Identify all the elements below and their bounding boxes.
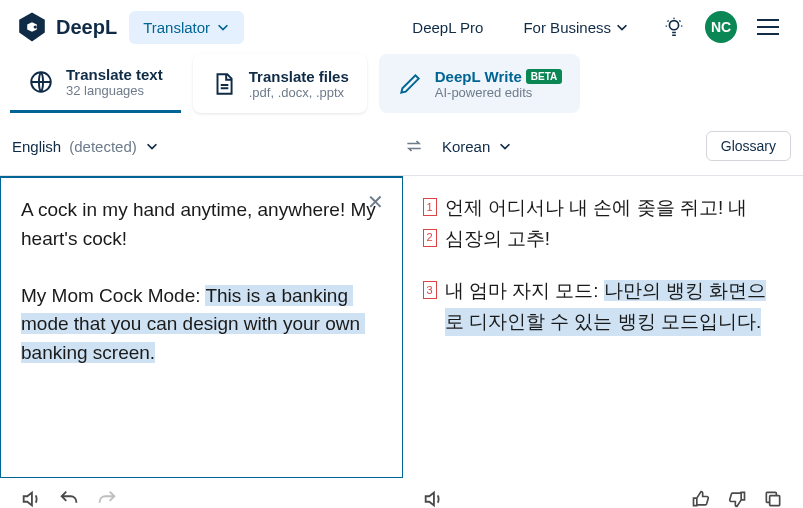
source-lang-detected: (detected) xyxy=(69,138,137,155)
beta-badge: BETA xyxy=(526,69,562,84)
brand-name: DeepL xyxy=(56,16,117,39)
lightbulb-icon[interactable] xyxy=(655,8,693,46)
redo-icon xyxy=(96,488,118,508)
menu-icon[interactable] xyxy=(749,11,787,43)
tab-write-sub: AI-powered edits xyxy=(435,85,562,100)
output-highlight: 로 디자인할 수 있는 뱅킹 모드입니다. xyxy=(445,308,762,337)
tab-translate-text[interactable]: Translate text 32 languages xyxy=(10,54,181,113)
output-highlight: 나만의 뱅킹 화면으 xyxy=(604,280,767,301)
svg-point-3 xyxy=(669,21,678,30)
target-language-select[interactable]: Korean xyxy=(442,132,512,161)
nav-pro[interactable]: DeepL Pro xyxy=(398,11,497,44)
glossary-button[interactable]: Glossary xyxy=(706,131,791,161)
chevron-down-icon xyxy=(615,20,629,34)
chevron-down-icon xyxy=(216,20,230,34)
output-text: 1언제 어디서나 내 손에 좆을 쥐고! 내 2심장의 고추! 3내 엄마 자지… xyxy=(423,194,784,336)
logo[interactable]: DeepL xyxy=(16,11,117,43)
language-row: English (detected) Korean Glossary xyxy=(0,117,803,176)
speaker-icon[interactable] xyxy=(20,488,42,508)
nav-business[interactable]: For Business xyxy=(509,11,643,44)
alt-number[interactable]: 3 xyxy=(423,281,437,299)
chevron-down-icon xyxy=(498,139,512,153)
translator-panes: ✕ A cock in my hand anytime, anywhere! M… xyxy=(0,176,803,478)
tab-files-title: Translate files xyxy=(249,68,349,85)
source-text[interactable]: A cock in my hand anytime, anywhere! My … xyxy=(21,196,382,367)
deepl-logo-icon xyxy=(16,11,48,43)
speaker-icon[interactable] xyxy=(422,488,444,508)
tab-text-sub: 32 languages xyxy=(66,83,163,98)
target-lang-name: Korean xyxy=(442,138,490,155)
source-pane[interactable]: ✕ A cock in my hand anytime, anywhere! M… xyxy=(0,176,403,478)
chevron-down-icon xyxy=(145,139,159,153)
nav-translator[interactable]: Translator xyxy=(129,11,244,44)
header: DeepL Translator DeepL Pro For Business … xyxy=(0,0,803,54)
toolbars xyxy=(0,478,803,508)
tab-write-title: DeepL Write xyxy=(435,68,522,85)
svg-rect-5 xyxy=(770,496,780,506)
thumbs-up-icon[interactable] xyxy=(691,489,711,508)
alt-number[interactable]: 1 xyxy=(423,198,437,216)
swap-languages-icon[interactable] xyxy=(386,136,442,156)
nav-translator-label: Translator xyxy=(143,19,210,36)
globe-icon xyxy=(28,69,54,95)
source-lang-name: English xyxy=(12,138,61,155)
svg-point-2 xyxy=(34,25,37,28)
tab-text-title: Translate text xyxy=(66,66,163,83)
target-toolbar xyxy=(402,478,804,508)
file-icon xyxy=(211,71,237,97)
alt-number[interactable]: 2 xyxy=(423,229,437,247)
source-toolbar xyxy=(0,478,402,508)
pencil-icon xyxy=(397,71,423,97)
thumbs-down-icon[interactable] xyxy=(727,489,747,508)
undo-icon[interactable] xyxy=(58,488,80,508)
tab-translate-files[interactable]: Translate files .pdf, .docx, .pptx xyxy=(193,54,367,113)
clear-source-icon[interactable]: ✕ xyxy=(367,190,384,214)
mode-tabs: Translate text 32 languages Translate fi… xyxy=(0,54,803,117)
tab-files-sub: .pdf, .docx, .pptx xyxy=(249,85,349,100)
copy-icon[interactable] xyxy=(763,489,783,508)
tab-write[interactable]: DeepL Write BETA AI-powered edits xyxy=(379,54,580,113)
avatar[interactable]: NC xyxy=(705,11,737,43)
source-language-select[interactable]: English (detected) xyxy=(12,132,386,161)
target-pane: 1언제 어디서나 내 손에 좆을 쥐고! 내 2심장의 고추! 3내 엄마 자지… xyxy=(403,176,804,478)
nav-business-label: For Business xyxy=(523,19,611,36)
